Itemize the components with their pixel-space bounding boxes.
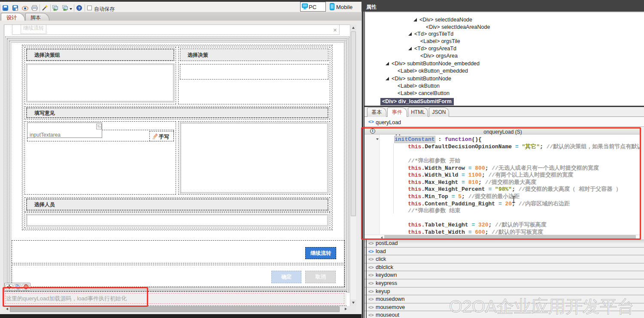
svg-text:?: ? (78, 6, 81, 10)
